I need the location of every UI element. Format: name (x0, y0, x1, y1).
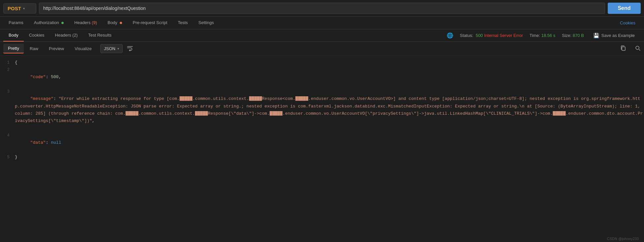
tab-headers[interactable]: Headers (9) (69, 17, 102, 29)
code-line-4: 4 "data": null (0, 132, 644, 154)
send-button[interactable]: Send (608, 3, 641, 14)
code-line-3: 3 "message": "Error while extracting res… (0, 88, 644, 132)
save-as-example-button[interactable]: 💾 Save as Example (591, 31, 637, 40)
url-bar: POST ▾ Send (0, 0, 644, 17)
resp-tab-headers[interactable]: Headers (2) (50, 29, 83, 42)
format-toolbar: Pretty Raw Preview Visualize JSON ▾ (0, 42, 644, 56)
size-text: Size: 870 B (562, 33, 584, 38)
format-tab-pretty[interactable]: Pretty (3, 44, 24, 53)
format-tab-raw[interactable]: Raw (25, 44, 43, 53)
cookies-link[interactable]: Cookies (615, 17, 641, 29)
svg-rect-0 (622, 47, 625, 50)
status-code: 500 (476, 33, 483, 38)
code-line-1: 1 { (0, 59, 644, 66)
body-dot (120, 22, 122, 24)
response-body: 1 { 2 "code": 500, 3 "message": "Error w… (0, 56, 644, 164)
status-text: Status: 500 Internal Server Error (460, 33, 523, 38)
globe-icon[interactable]: 🌐 (447, 32, 453, 39)
toolbar-icons-right (620, 45, 641, 52)
tab-params[interactable]: Params (3, 17, 29, 29)
svg-point-1 (636, 46, 639, 49)
response-bar: Body Cookies Headers (2) Test Results 🌐 … (0, 29, 644, 42)
json-format-selector[interactable]: JSON ▾ (100, 44, 123, 53)
method-selector[interactable]: POST ▾ (3, 3, 36, 14)
authorization-dot (61, 22, 64, 24)
resp-tab-test-results[interactable]: Test Results (83, 29, 117, 42)
copy-icon[interactable] (620, 45, 626, 52)
chevron-down-icon: ▾ (23, 7, 25, 10)
format-tab-preview[interactable]: Preview (44, 44, 69, 53)
word-wrap-icon[interactable] (127, 45, 133, 52)
response-meta: 🌐 Status: 500 Internal Server Error Time… (447, 31, 641, 40)
time-text: Time: 18.56 s (530, 33, 555, 38)
url-input[interactable] (39, 3, 605, 14)
footer: CSDN @johnny233 (602, 235, 644, 242)
resp-tab-cookies[interactable]: Cookies (24, 29, 50, 42)
tab-tests[interactable]: Tests (173, 17, 193, 29)
code-line-2: 2 "code": 500, (0, 66, 644, 88)
resp-tab-body[interactable]: Body (3, 29, 24, 42)
status-message: Internal Server Error (484, 33, 523, 38)
tab-body[interactable]: Body (102, 17, 127, 29)
save-icon: 💾 (593, 33, 599, 39)
search-icon[interactable] (635, 45, 641, 52)
tab-authorization[interactable]: Authorization (29, 17, 69, 29)
request-tabs: Params Authorization Headers (9) Body Pr… (0, 17, 644, 29)
json-chevron-icon: ▾ (117, 47, 119, 50)
code-line-5: 5 } (0, 154, 644, 161)
method-label: POST (8, 6, 21, 11)
footer-text: CSDN @johnny233 (607, 237, 639, 241)
tab-prerequest[interactable]: Pre-request Script (127, 17, 173, 29)
tab-settings[interactable]: Settings (193, 17, 219, 29)
format-tab-visualize[interactable]: Visualize (70, 44, 96, 53)
